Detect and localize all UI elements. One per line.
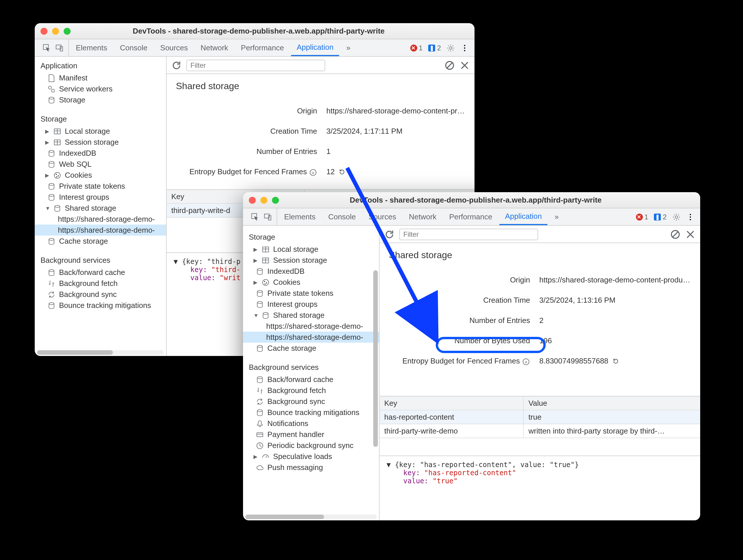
sidebar-item-push-messaging[interactable]: Push messaging: [243, 462, 379, 473]
sidebar-item-shared-storage[interactable]: ▼Shared storage: [243, 310, 379, 321]
sidebar-item-bounce-tracking[interactable]: Bounce tracking mitigations: [35, 300, 166, 311]
shared-storage-origin-1[interactable]: https://shared-storage-demo-: [243, 321, 379, 332]
error-badge[interactable]: ✕1: [410, 44, 423, 52]
sidebar-item-bg-fetch[interactable]: Background fetch: [35, 278, 166, 289]
sidebar-item-bg-sync[interactable]: Background sync: [35, 289, 166, 300]
error-badge[interactable]: ✕1: [636, 213, 648, 221]
table-row[interactable]: third-party-write-demo written into thir…: [380, 424, 700, 438]
device-icon[interactable]: [55, 44, 64, 52]
inspect-icon[interactable]: [251, 213, 259, 221]
tab-performance[interactable]: Performance: [443, 208, 498, 225]
sidebar-item-interest-groups[interactable]: Interest groups: [243, 299, 379, 310]
collapse-arrow-icon[interactable]: ▼: [45, 205, 50, 211]
tab-console[interactable]: Console: [322, 208, 361, 225]
collapse-arrow-icon[interactable]: ▼: [254, 312, 258, 318]
refresh-icon[interactable]: [384, 229, 395, 239]
clear-icon[interactable]: [670, 229, 681, 239]
sidebar-item-cookies[interactable]: ▶Cookies: [243, 277, 379, 288]
shared-storage-origin-2[interactable]: https://shared-storage-demo-: [243, 332, 379, 343]
filter-input[interactable]: [186, 59, 325, 71]
tabs-overflow[interactable]: »: [549, 208, 565, 225]
table-row[interactable]: has-reported-content true: [380, 410, 700, 424]
tabs-overflow[interactable]: »: [341, 39, 356, 56]
sidebar-item-interest-groups[interactable]: Interest groups: [35, 191, 166, 203]
settings-icon[interactable]: [672, 213, 681, 221]
device-icon[interactable]: [264, 213, 272, 221]
tab-sources[interactable]: Sources: [155, 39, 193, 56]
tab-network[interactable]: Network: [403, 208, 442, 225]
sidebar-item-bfcache[interactable]: Back/forward cache: [35, 267, 166, 278]
expand-arrow-icon[interactable]: ▶: [45, 139, 50, 145]
sidebar-item-indexeddb[interactable]: IndexedDB: [35, 147, 166, 159]
sidebar-item-speculative-loads[interactable]: ▶Speculative loads: [243, 451, 379, 462]
sidebar-item-cache-storage[interactable]: Cache storage: [243, 343, 379, 354]
sidebar-item-bg-fetch[interactable]: Background fetch: [243, 385, 379, 396]
col-value[interactable]: Value: [524, 396, 700, 410]
scrollbar-thumb[interactable]: [373, 270, 378, 447]
tab-elements[interactable]: Elements: [70, 39, 113, 56]
sidebar-item-bg-sync[interactable]: Background sync: [243, 396, 379, 407]
info-badge[interactable]: ❚2: [429, 44, 441, 52]
more-icon[interactable]: [461, 44, 469, 52]
info-icon[interactable]: [522, 357, 530, 365]
sidebar-item-notifications[interactable]: Notifications: [243, 418, 379, 429]
close-icon[interactable]: [685, 229, 696, 239]
horizontal-scrollbar[interactable]: [245, 515, 377, 519]
sidebar-item-session-storage[interactable]: ▶Session storage: [243, 255, 379, 266]
vertical-scrollbar[interactable]: [373, 243, 378, 515]
sidebar-item-manifest[interactable]: Manifest: [35, 72, 166, 83]
minimize-button[interactable]: [52, 28, 59, 35]
filter-input[interactable]: [399, 228, 538, 240]
tab-performance[interactable]: Performance: [235, 39, 290, 56]
sidebar-item-bounce-tracking[interactable]: Bounce tracking mitigations: [243, 407, 379, 418]
reset-icon[interactable]: [612, 357, 620, 365]
shared-storage-origin-2[interactable]: https://shared-storage-demo-: [35, 225, 166, 235]
expand-arrow-icon[interactable]: ▶: [254, 454, 258, 459]
tab-elements[interactable]: Elements: [278, 208, 321, 225]
sidebar-item-private-state-tokens[interactable]: Private state tokens: [243, 288, 379, 299]
settings-icon[interactable]: [447, 44, 455, 52]
horizontal-scrollbar[interactable]: [37, 350, 164, 355]
refresh-icon[interactable]: [171, 60, 182, 70]
scrollbar-thumb[interactable]: [37, 350, 113, 355]
clear-icon[interactable]: [444, 60, 455, 70]
more-icon[interactable]: [686, 213, 694, 221]
expand-arrow-icon[interactable]: ▶: [254, 246, 258, 252]
sidebar-item-periodic-sync[interactable]: Periodic background sync: [243, 440, 379, 451]
tab-application[interactable]: Application: [499, 208, 548, 225]
inspect-icon[interactable]: [43, 44, 51, 52]
scrollbar-thumb[interactable]: [245, 515, 324, 519]
sidebar-item-service-workers[interactable]: Service workers: [35, 83, 166, 94]
reset-icon[interactable]: [338, 168, 346, 176]
sidebar-item-shared-storage[interactable]: ▼Shared storage: [35, 203, 166, 214]
expand-arrow-icon[interactable]: ▶: [254, 279, 258, 285]
minimize-button[interactable]: [260, 197, 267, 204]
sidebar-item-private-state-tokens[interactable]: Private state tokens: [35, 181, 166, 191]
sidebar-item-cookies[interactable]: ▶Cookies: [35, 170, 166, 181]
tab-application[interactable]: Application: [291, 39, 339, 56]
sidebar-item-storage[interactable]: Storage: [35, 94, 166, 105]
sidebar-item-local-storage[interactable]: ▶Local storage: [243, 244, 379, 255]
sidebar-item-indexeddb[interactable]: IndexedDB: [243, 266, 379, 277]
zoom-button[interactable]: [64, 28, 71, 35]
info-icon[interactable]: [309, 168, 317, 176]
close-icon[interactable]: [460, 60, 470, 70]
sidebar-item-local-storage[interactable]: ▶Local storage: [35, 126, 166, 137]
tab-network[interactable]: Network: [195, 39, 234, 56]
expand-arrow-icon[interactable]: ▶: [254, 257, 258, 263]
expand-arrow-icon[interactable]: ▶: [45, 172, 50, 178]
close-button[interactable]: [41, 28, 47, 35]
sidebar-item-websql[interactable]: Web SQL: [35, 159, 166, 170]
sidebar-item-session-storage[interactable]: ▶Session storage: [35, 137, 166, 147]
shared-storage-origin-1[interactable]: https://shared-storage-demo-: [35, 214, 166, 225]
sidebar-item-bfcache[interactable]: Back/forward cache: [243, 374, 379, 385]
zoom-button[interactable]: [272, 197, 279, 204]
expand-arrow-icon[interactable]: ▶: [45, 128, 50, 134]
sidebar-item-payment-handler[interactable]: Payment handler: [243, 429, 379, 440]
tab-console[interactable]: Console: [114, 39, 153, 56]
sidebar-item-cache-storage[interactable]: Cache storage: [35, 235, 166, 247]
close-button[interactable]: [249, 197, 256, 204]
col-key[interactable]: Key: [380, 396, 524, 410]
tab-sources[interactable]: Sources: [363, 208, 402, 225]
info-badge[interactable]: ❚2: [654, 213, 667, 221]
